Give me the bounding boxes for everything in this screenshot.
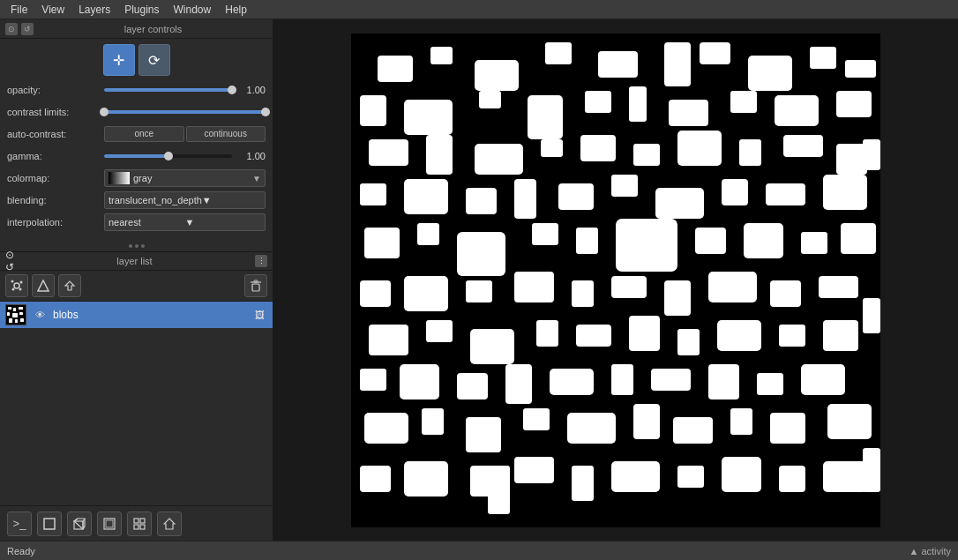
once-btn[interactable]: once [104,126,184,142]
layer-controls-title: layer controls [39,24,267,34]
layer-item-blobs[interactable]: 👁 blobs 🖼 [0,302,273,328]
menu-layers[interactable]: Layers [71,2,117,18]
blobs-canvas[interactable] [351,34,880,527]
svg-rect-45 [479,91,501,108]
svg-rect-110 [708,364,739,399]
svg-rect-35 [475,60,519,91]
svg-rect-74 [417,223,439,245]
menu-window[interactable]: Window [167,2,219,18]
canvas-area [273,19,958,541]
layer-list-menu-btn[interactable]: ⋮ [255,255,267,267]
status-text: Ready [7,546,35,556]
controls-icon-2[interactable]: ↺ [21,23,34,35]
svg-rect-36 [545,42,572,64]
layer-tools [0,271,273,302]
svg-rect-123 [360,466,391,492]
svg-rect-51 [775,95,819,126]
contrast-slider[interactable] [104,110,266,114]
svg-rect-12 [19,307,23,310]
grid-btn[interactable] [127,511,152,536]
menu-plugins[interactable]: Plugins [117,2,166,18]
svg-rect-66 [514,179,536,219]
svg-rect-88 [611,276,647,298]
svg-rect-132 [823,461,867,492]
blending-select[interactable]: translucent_no_depth ▼ [104,191,266,209]
svg-rect-121 [770,413,805,444]
gamma-slider[interactable] [104,154,232,158]
home-btn[interactable] [157,511,182,536]
svg-rect-131 [779,466,805,492]
svg-rect-28 [140,519,145,523]
auto-contrast-label: auto-contrast: [7,129,104,139]
svg-rect-26 [106,520,113,527]
menu-file[interactable]: File [4,2,34,18]
delete-layer-btn[interactable] [244,274,267,297]
contrast-row: contrast limits: [7,103,266,121]
continuous-btn[interactable]: continuous [186,126,266,142]
controls-icon-1[interactable]: ⊙ [5,23,18,35]
svg-rect-93 [369,325,408,355]
svg-rect-102 [823,320,858,351]
opacity-label: opacity: [7,85,104,95]
gamma-label: gamma: [7,151,104,161]
layer-visibility-btn[interactable]: 👁 [32,307,48,323]
svg-rect-95 [470,329,514,364]
console-btn[interactable]: >_ [7,511,32,536]
svg-rect-84 [404,276,448,311]
svg-rect-68 [611,175,638,197]
svg-rect-13 [7,312,10,316]
svg-rect-6 [252,284,259,291]
auto-contrast-row: auto-contrast: once continuous [7,125,266,143]
move-btn[interactable]: ✛ [103,44,135,76]
svg-rect-48 [629,86,647,122]
colormap-arrow: ▼ [252,174,261,183]
svg-rect-127 [572,466,594,501]
svg-rect-46 [528,95,563,139]
statusbar: Ready ▲ activity [0,541,958,560]
svg-rect-73 [364,228,400,258]
labels-tool-btn[interactable] [58,274,81,297]
interpolation-value: nearest [109,217,185,228]
svg-rect-89 [664,280,691,316]
roll-btn[interactable] [97,511,122,536]
svg-rect-63 [360,183,386,205]
points-tool-btn[interactable] [5,274,28,297]
activity-text[interactable]: ▲ activity [909,546,951,556]
svg-rect-113 [364,413,408,444]
layer-list-header: ⊙ ↺ layer list ⋮ [0,251,273,271]
layer-options-btn[interactable]: 🖼 [251,307,267,323]
svg-rect-17 [15,319,18,323]
interpolation-select[interactable]: nearest ▼ [104,213,266,231]
svg-rect-15 [19,312,23,315]
transform-buttons: ✛ ⟳ [7,44,266,76]
colormap-select[interactable]: gray ▼ [104,169,266,187]
3d-btn[interactable] [67,511,92,536]
svg-rect-56 [541,139,563,157]
svg-rect-122 [827,404,872,439]
resize-dots[interactable] [0,241,273,251]
menu-view[interactable]: View [34,2,71,18]
svg-rect-124 [404,461,448,497]
svg-rect-42 [845,60,876,78]
svg-rect-107 [550,369,594,395]
svg-rect-41 [810,47,836,69]
svg-point-0 [14,283,19,288]
layer-list: ⊙ ↺ layer list ⋮ [0,251,273,505]
interpolation-label: interpolation: [7,217,104,228]
svg-rect-10 [8,307,11,310]
svg-rect-115 [466,417,501,452]
svg-rect-33 [378,56,413,82]
svg-rect-43 [360,95,386,126]
rotate-btn[interactable]: ⟳ [138,44,170,76]
menu-help[interactable]: Help [218,2,254,18]
shapes-tool-btn[interactable] [32,274,55,297]
2d-btn[interactable] [37,511,62,536]
list-icon-1[interactable]: ⊙ [5,249,14,261]
svg-rect-40 [748,56,792,91]
svg-rect-86 [514,272,554,302]
svg-rect-47 [585,91,611,113]
svg-rect-16 [9,318,12,323]
main-area: ⊙ ↺ layer controls ✛ ⟳ opacity: [0,19,958,541]
opacity-slider[interactable] [104,88,232,92]
svg-rect-126 [514,457,554,483]
